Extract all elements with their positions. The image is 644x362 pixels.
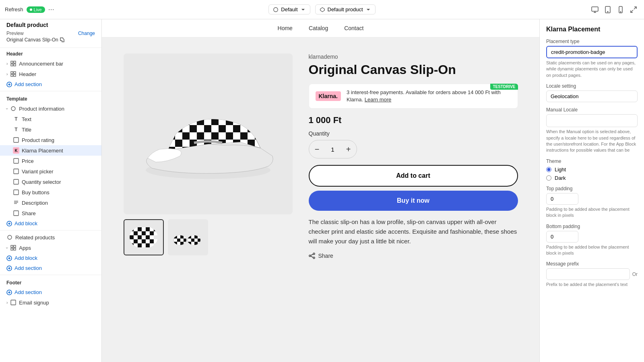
product-description: The classic slip-on has a low profile, s… xyxy=(309,217,518,246)
svg-rect-130 xyxy=(138,235,142,239)
locale-setting-input[interactable] xyxy=(546,90,638,102)
svg-rect-27 xyxy=(14,190,19,195)
svg-rect-117 xyxy=(142,227,146,231)
svg-rect-156 xyxy=(177,239,180,242)
svg-point-0 xyxy=(274,7,278,12)
svg-point-174 xyxy=(309,255,311,257)
svg-rect-122 xyxy=(134,231,138,235)
sidebar-item-variant-picker[interactable]: Variant picker xyxy=(0,166,101,177)
quantity-decrease-button[interactable]: − xyxy=(309,140,325,158)
svg-rect-75 xyxy=(248,125,255,132)
sidebar-item-related-products[interactable]: Related products xyxy=(0,232,101,243)
add-section-footer-button[interactable]: Add section xyxy=(0,287,101,297)
sidebar-item-share[interactable]: Share xyxy=(0,208,101,218)
text-icon: T xyxy=(13,116,19,122)
placement-type-input[interactable] xyxy=(546,46,638,58)
add-block-apps-button[interactable]: Add block xyxy=(0,253,101,263)
svg-rect-124 xyxy=(142,231,146,235)
template-section-label: Template xyxy=(0,93,101,103)
klarna-icon: K xyxy=(13,147,19,154)
svg-rect-168 xyxy=(194,239,198,242)
manual-locale-label: Manual Locale xyxy=(546,107,638,113)
mobile-icon[interactable] xyxy=(615,4,626,15)
svg-rect-145 xyxy=(146,243,150,247)
nav-home[interactable]: Home xyxy=(278,25,293,31)
svg-rect-138 xyxy=(146,239,150,243)
svg-rect-36 xyxy=(11,245,13,247)
sidebar-item-apps[interactable]: › Apps xyxy=(0,243,101,253)
quantity-selector: − 1 + xyxy=(309,140,357,158)
svg-rect-154 xyxy=(184,235,187,239)
theme-dark-option[interactable]: Dark xyxy=(546,175,638,181)
diamond-icon xyxy=(10,105,17,112)
expand-icon[interactable] xyxy=(628,4,639,15)
svg-rect-90 xyxy=(168,140,175,147)
svg-rect-116 xyxy=(138,227,142,231)
svg-rect-59 xyxy=(226,118,233,125)
theme-dark-radio[interactable] xyxy=(546,175,551,181)
svg-rect-83 xyxy=(211,132,219,140)
buy-it-now-button[interactable]: Buy it now xyxy=(309,191,518,211)
sidebar-item-title[interactable]: T Title xyxy=(0,124,101,135)
svg-rect-69 xyxy=(204,125,211,132)
placement-type-label: Placement type xyxy=(546,39,638,44)
message-prefix-input[interactable] xyxy=(546,268,630,280)
share-row[interactable]: Share xyxy=(309,253,518,259)
svg-rect-26 xyxy=(14,179,19,184)
thumbnail-1[interactable] xyxy=(124,219,164,255)
product-title: Original Canvas Slip-On xyxy=(309,62,518,77)
refresh-button[interactable]: Refresh xyxy=(5,6,23,12)
svg-rect-49 xyxy=(11,300,16,305)
svg-rect-146 xyxy=(150,243,154,247)
more-button[interactable]: ··· xyxy=(48,5,54,14)
add-to-cart-button[interactable]: Add to cart xyxy=(309,165,518,187)
svg-rect-57 xyxy=(211,118,219,125)
svg-rect-123 xyxy=(138,231,142,235)
sidebar-item-buy-buttons[interactable]: Buy buttons xyxy=(0,187,101,197)
nav-contact[interactable]: Contact xyxy=(344,25,363,31)
thumbnail-2[interactable] xyxy=(168,219,208,255)
svg-rect-76 xyxy=(255,125,262,132)
sidebar-item-header[interactable]: › Header xyxy=(0,69,101,79)
nav-catalog[interactable]: Catalog xyxy=(309,25,328,31)
quantity-value: 1 xyxy=(325,146,341,153)
theme-light-radio[interactable] xyxy=(546,167,551,172)
sidebar-item-email-signup[interactable]: › Email signup xyxy=(0,297,101,308)
svg-rect-86 xyxy=(233,132,240,140)
product-dropdown[interactable]: Default product xyxy=(315,4,376,14)
svg-rect-121 xyxy=(130,231,134,235)
add-section-header-button[interactable]: Add section xyxy=(0,79,101,89)
svg-rect-24 xyxy=(14,158,19,163)
add-section-template-button[interactable]: Add section xyxy=(0,263,101,273)
change-preview-button[interactable]: Change xyxy=(78,31,95,36)
sidebar-item-klarna-placement[interactable]: K Klarna Placement xyxy=(0,145,101,156)
theme-dropdown[interactable]: Default xyxy=(268,4,310,14)
sidebar-item-price[interactable]: Price xyxy=(0,156,101,166)
sidebar-item-product-information[interactable]: › Product information xyxy=(0,103,101,114)
add-block-product-button[interactable]: Add block xyxy=(0,218,101,228)
tablet-icon[interactable] xyxy=(602,4,613,15)
svg-point-173 xyxy=(313,253,315,255)
svg-rect-128 xyxy=(130,235,134,239)
klarna-learn-more[interactable]: Learn more xyxy=(365,97,391,103)
brand-name: klarnademo xyxy=(309,53,518,60)
svg-point-8 xyxy=(620,11,621,12)
sidebar-item-product-rating[interactable]: Product rating xyxy=(0,135,101,145)
svg-rect-143 xyxy=(138,243,142,247)
top-padding-input[interactable] xyxy=(546,193,578,205)
top-padding-desc: Padding to be added above the placement … xyxy=(546,206,638,219)
quantity-increase-button[interactable]: + xyxy=(341,140,357,158)
svg-rect-139 xyxy=(150,239,154,243)
manual-locale-input[interactable] xyxy=(546,114,638,127)
bottom-padding-input[interactable] xyxy=(546,231,578,243)
svg-rect-118 xyxy=(146,227,150,231)
svg-rect-131 xyxy=(142,235,146,239)
related-icon xyxy=(6,234,13,241)
sidebar-item-quantity-selector[interactable]: Quantity selector xyxy=(0,177,101,187)
sidebar-item-text[interactable]: T Text xyxy=(0,114,101,124)
sidebar-item-description[interactable]: Description xyxy=(0,197,101,208)
theme-light-option[interactable]: Light xyxy=(546,167,638,173)
svg-rect-2 xyxy=(592,7,598,11)
desktop-icon[interactable] xyxy=(589,4,601,15)
sidebar-item-announcement-bar[interactable]: › Announcement bar xyxy=(0,58,101,69)
